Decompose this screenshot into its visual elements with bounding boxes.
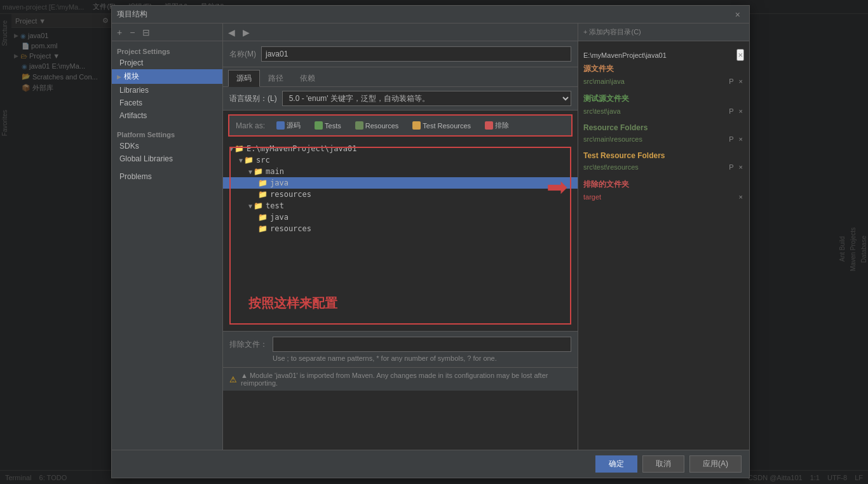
test-arrow: ▼ xyxy=(248,203,252,210)
mark-exclude-btn[interactable]: 排除 xyxy=(480,119,514,131)
resource-path-remove-btn[interactable]: × xyxy=(738,135,744,144)
mark-as-label: Mark as: xyxy=(236,121,265,130)
test-resource-header: Test Resource Folders xyxy=(583,151,744,160)
main-label: main xyxy=(266,167,284,176)
test-source-edit-btn[interactable]: P xyxy=(728,107,735,116)
nav-arrow2: ▶ xyxy=(117,74,121,80)
root-label: E:\myMavenProject\java01 xyxy=(247,144,356,153)
mark-test-resources-btn[interactable]: Test Resources xyxy=(407,120,476,131)
module-name-input[interactable] xyxy=(261,46,571,62)
mark-resources-btn[interactable]: Resources xyxy=(350,120,404,131)
nav-item-sdks[interactable]: SDKs xyxy=(112,140,222,152)
test-source-path-row: src\test\java P × xyxy=(583,107,744,116)
mark-resources-label: Resources xyxy=(365,122,399,130)
test-source-remove-btn[interactable]: × xyxy=(738,107,744,116)
test-resource-remove-btn[interactable]: × xyxy=(738,163,744,171)
nav-add-btn[interactable]: + xyxy=(114,27,125,38)
resource-folders-section: Resource Folders src\main\resources P × xyxy=(583,123,744,144)
source-path-actions: P × xyxy=(728,77,744,86)
nav-item-artifacts[interactable]: Artifacts xyxy=(112,109,222,122)
tree-row-resources-main[interactable]: 📁 resources xyxy=(223,189,578,200)
tab-path[interactable]: 路径 xyxy=(260,70,292,86)
java-test-folder-icon: 📁 xyxy=(258,213,268,222)
right-panel-toolbar: + 添加内容目录(C) xyxy=(578,24,749,41)
java-main-label: java xyxy=(270,178,288,187)
tab-source[interactable]: 源码 xyxy=(228,70,260,87)
cancel-button[interactable]: 取消 xyxy=(642,455,684,473)
root-arrow: ▼ xyxy=(229,145,233,152)
dialog-title: 项目结构 xyxy=(117,9,147,20)
confirm-button[interactable]: 确定 xyxy=(595,455,637,473)
nav-item-problems[interactable]: Problems xyxy=(112,170,222,183)
tree-row-resources-test[interactable]: 📁 resources xyxy=(223,223,578,234)
mark-source-btn[interactable]: 源码 xyxy=(271,119,306,131)
mark-test-resources-label: Test Resources xyxy=(423,122,471,130)
excluded-path: target xyxy=(583,193,601,201)
tree-row-src[interactable]: ▼ 📁 src xyxy=(223,154,578,166)
add-content-dir-btn[interactable]: + 添加内容目录(C) xyxy=(583,27,641,37)
nav-remove-btn[interactable]: − xyxy=(127,27,137,38)
nav-copy-btn[interactable]: ⊟ xyxy=(140,27,153,38)
warning-row: ⚠ ▲ Module 'java01' is imported from Mav… xyxy=(223,367,578,391)
nav-toolbar: + − ⊟ xyxy=(112,24,222,41)
test-resource-path-row: src\test\resources P × xyxy=(583,163,744,171)
java-main-folder-icon: 📁 xyxy=(258,178,268,187)
tree-row-java-main[interactable]: 📁 java xyxy=(223,177,578,189)
nav-item-project[interactable]: Project xyxy=(112,57,222,69)
source-path-edit-btn[interactable]: P xyxy=(728,77,735,86)
tree-row-test[interactable]: ▼ 📁 test xyxy=(223,200,578,212)
nav-label-artifacts: Artifacts xyxy=(119,111,147,120)
nav-item-global-libs[interactable]: Global Libraries xyxy=(112,152,222,165)
test-label: test xyxy=(266,201,284,210)
right-panel-close-btn[interactable]: × xyxy=(736,49,744,61)
resource-path-text: src\main\resources xyxy=(583,135,642,143)
resources-folder-icon xyxy=(355,121,363,130)
ide-window: maven-project [E:\myMa... 文件(F) 编辑(E) 视图… xyxy=(0,0,868,484)
tree-row-java-test[interactable]: 📁 java xyxy=(223,212,578,223)
excluded-header: 排除的文件夹 xyxy=(583,179,744,190)
exclude-row: 排除文件： Use ; to separate name patterns, *… xyxy=(223,331,578,367)
root-folder-icon: 📁 xyxy=(234,144,244,153)
exclude-input-wrap: Use ; to separate name patterns, * for a… xyxy=(273,337,571,362)
right-panel-path: E:\myMavenProject\java01 xyxy=(583,51,667,59)
nav-item-module[interactable]: ▶ 模块 xyxy=(112,69,222,84)
src-arrow: ▼ xyxy=(239,157,243,164)
test-resource-actions: P × xyxy=(728,163,744,171)
test-resource-edit-btn[interactable]: P xyxy=(728,163,735,171)
tree-row-main[interactable]: ▼ 📁 main xyxy=(223,166,578,177)
nav-item-facets[interactable]: Facets xyxy=(112,97,222,109)
lang-level-select[interactable]: 5.0 - 'enum' 关键字，泛型，自动装箱等。 xyxy=(282,91,571,106)
source-path-row: src\main\java P × xyxy=(583,77,744,86)
exclude-label: 排除文件： xyxy=(229,337,268,350)
right-panel-content: E:\myMavenProject\java01 × 源文件夹 src\main… xyxy=(578,41,749,450)
excluded-remove-btn[interactable]: × xyxy=(738,192,744,201)
dialog-close-button[interactable]: × xyxy=(731,8,744,21)
center-toolbar: ◀ ▶ xyxy=(223,24,578,41)
test-source-header: 测试源文件夹 xyxy=(583,93,744,104)
apply-button[interactable]: 应用(A) xyxy=(689,455,742,473)
tab-deps[interactable]: 依赖 xyxy=(292,70,323,86)
dialog-body: + − ⊟ Project Settings Project ▶ 模块 xyxy=(112,24,749,450)
center-forward-btn[interactable]: ▶ xyxy=(240,27,252,38)
mark-tests-btn[interactable]: Tests xyxy=(309,120,346,131)
center-back-btn[interactable]: ◀ xyxy=(226,27,238,38)
src-folder-icon: 📁 xyxy=(244,156,254,165)
resource-path-row: src\main\resources P × xyxy=(583,135,744,144)
exclude-input[interactable] xyxy=(273,337,571,352)
mark-as-row: Mark as: 源码 Tests Resources xyxy=(228,114,573,137)
mark-source-label: 源码 xyxy=(287,121,301,130)
test-source-section: 测试源文件夹 src\test\java P × xyxy=(583,93,744,116)
dialog-right-panel: + 添加内容目录(C) E:\myMavenProject\java01 × 源… xyxy=(578,24,749,450)
src-label: src xyxy=(256,156,270,165)
resource-path-edit-btn[interactable]: P xyxy=(728,135,735,144)
section-header-project-settings: Project Settings xyxy=(112,44,222,57)
tree-row-root[interactable]: ▼ 📁 E:\myMavenProject\java01 xyxy=(223,143,578,154)
file-tree-area: ▼ 📁 E:\myMavenProject\java01 ▼ 📁 src xyxy=(223,140,578,331)
test-source-actions: P × xyxy=(728,107,744,116)
right-panel-path-title: E:\myMavenProject\java01 × xyxy=(583,46,744,64)
resources-main-label: resources xyxy=(270,190,311,199)
nav-label-module: 模块 xyxy=(124,71,139,82)
lang-level-label: 语言级别：(L) xyxy=(229,93,277,104)
source-path-remove-btn[interactable]: × xyxy=(738,77,744,86)
nav-item-libraries[interactable]: Libraries xyxy=(112,84,222,97)
